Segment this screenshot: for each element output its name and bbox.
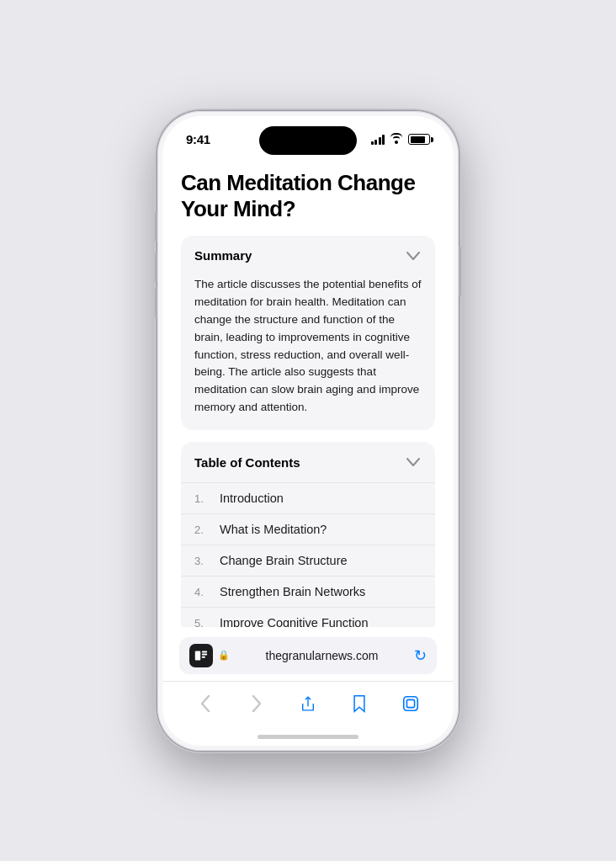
svg-rect-2 [202,653,207,655]
refresh-button[interactable]: ↻ [414,646,427,665]
toc-number-3: 3. [194,555,210,567]
article-title: Can Meditation Change Your Mind? [181,170,435,222]
dynamic-island [259,126,357,155]
svg-rect-5 [404,696,418,710]
summary-body: The article discusses the potential bene… [181,276,435,430]
home-indicator-bar [258,735,358,739]
toc-item-1[interactable]: 1. Introduction [181,482,435,513]
bottom-navigation [162,681,454,729]
toc-number-5: 5. [194,617,210,627]
browser-toolbar: 🔒 thegranularnews.com ↻ [162,627,454,681]
toc-chevron-icon[interactable] [405,454,422,470]
toc-label-2: What is Meditation? [220,523,327,536]
lock-icon: 🔒 [218,650,230,661]
toc-card: Table of Contents 1. Introduction 2. Wha… [181,442,435,626]
summary-title: Summary [194,248,252,263]
signal-icon [371,135,385,145]
toc-number-1: 1. [194,492,210,505]
toc-item-5[interactable]: 5. Improve Cognitive Function [181,607,435,626]
back-button[interactable] [189,688,222,719]
toc-item-3[interactable]: 3. Change Brain Structure [181,545,435,576]
phone-frame: 9:41 Can Meditation Change Your Mind? [157,111,459,751]
reader-icon [194,649,208,662]
content-area[interactable]: Can Meditation Change Your Mind? Summary… [162,157,454,627]
share-button[interactable] [291,688,325,719]
status-time: 9:41 [186,132,210,146]
battery-icon [408,134,430,145]
toc-title: Table of Contents [194,455,300,470]
toc-item-2[interactable]: 2. What is Meditation? [181,513,435,545]
svg-rect-1 [202,651,207,652]
status-bar: 9:41 [162,116,454,157]
toc-label-3: Change Brain Structure [220,554,348,567]
svg-rect-0 [195,651,200,660]
status-icons [371,134,431,145]
toc-item-4[interactable]: 4. Strengthen Brain Networks [181,576,435,607]
battery-fill [411,136,426,143]
svg-rect-6 [407,699,415,707]
tabs-button[interactable] [394,688,427,719]
toc-label-5: Improve Cognitive Function [220,616,369,626]
toc-number-4: 4. [194,586,210,598]
toc-label-1: Introduction [220,492,284,505]
wifi-icon [390,135,403,145]
home-indicator [162,729,454,746]
forward-button[interactable] [240,688,273,719]
bookmarks-button[interactable] [343,688,376,719]
url-display[interactable]: thegranularnews.com [235,649,409,662]
summary-card: Summary The article discusses the potent… [181,236,435,430]
summary-chevron-icon[interactable] [405,247,422,264]
svg-rect-3 [202,656,205,657]
toc-header[interactable]: Table of Contents [181,442,435,482]
reader-mode-button[interactable] [189,644,213,667]
toc-label-4: Strengthen Brain Networks [220,585,365,598]
toc-number-2: 2. [194,524,210,536]
browser-bar[interactable]: 🔒 thegranularnews.com ↻ [179,637,437,674]
summary-header[interactable]: Summary [181,236,435,276]
phone-screen: 9:41 Can Meditation Change Your Mind? [162,116,454,746]
